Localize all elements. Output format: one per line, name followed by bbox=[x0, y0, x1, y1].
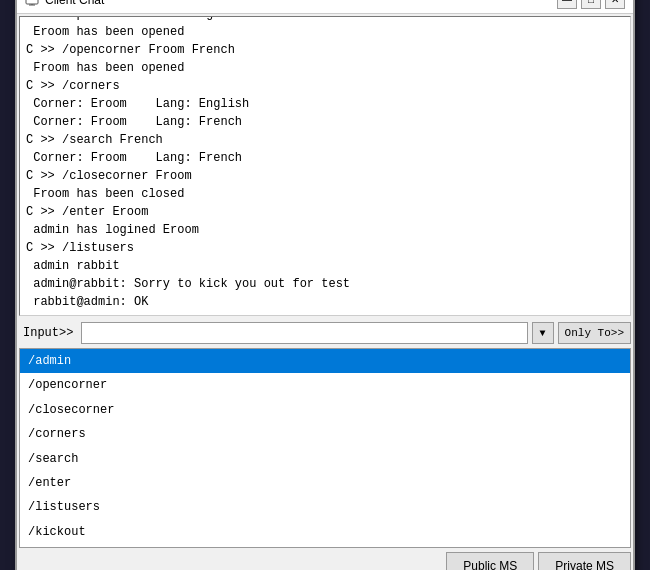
client-chat-window: Client Chat — □ ✕ Welcome to ChatC >> /a… bbox=[15, 0, 635, 570]
chat-line: C >> /corners bbox=[26, 77, 624, 95]
public-ms-button[interactable]: Public MS bbox=[446, 552, 534, 570]
close-button[interactable]: ✕ bbox=[605, 0, 625, 9]
input-label: Input>> bbox=[19, 326, 77, 340]
chat-line: C >> /listusers bbox=[26, 239, 624, 257]
svg-rect-0 bbox=[26, 0, 38, 4]
only-to-button[interactable]: Only To>> bbox=[558, 322, 631, 344]
chat-line: Eroom has been opened bbox=[26, 23, 624, 41]
dropdown-item[interactable]: /listusers bbox=[20, 495, 630, 519]
chat-line: C >> /opencorner Eroom English bbox=[26, 16, 624, 23]
dropdown-toggle[interactable]: ▼ bbox=[532, 322, 554, 344]
chat-line: C >> /enter Eroom bbox=[26, 203, 624, 221]
dropdown-item[interactable]: /enter bbox=[20, 471, 630, 495]
chat-line: C >> /search French bbox=[26, 131, 624, 149]
chat-line: Corner: Froom Lang: French bbox=[26, 149, 624, 167]
chat-area: Welcome to ChatC >> /admin pw Admin logi… bbox=[19, 16, 631, 316]
title-bar: Client Chat — □ ✕ bbox=[17, 0, 633, 14]
input-row: Input>> ▼ Only To>> bbox=[17, 318, 633, 348]
chat-line: Froom has been opened bbox=[26, 59, 624, 77]
chat-line: Froom has been closed bbox=[26, 185, 624, 203]
dropdown-item[interactable]: /search bbox=[20, 447, 630, 471]
chat-line: Corner: Eroom Lang: English bbox=[26, 95, 624, 113]
chat-line: rabbit@admin: OK bbox=[26, 293, 624, 311]
app-icon bbox=[25, 0, 39, 7]
command-dropdown: /admin/opencorner/closecorner/corners/se… bbox=[19, 348, 631, 548]
chat-line: Corner: Froom Lang: French bbox=[26, 113, 624, 131]
message-input[interactable] bbox=[81, 322, 527, 344]
title-bar-left: Client Chat bbox=[25, 0, 104, 7]
dropdown-item[interactable]: /kickout bbox=[20, 520, 630, 544]
chat-line: C >> /closecorner Froom bbox=[26, 167, 624, 185]
chat-line: admin@rabbit: Sorry to kick you out for … bbox=[26, 275, 624, 293]
minimize-button[interactable]: — bbox=[557, 0, 577, 9]
dropdown-item[interactable]: /closecorner bbox=[20, 398, 630, 422]
title-buttons: — □ ✕ bbox=[557, 0, 625, 9]
buttons-row: Public MS Private MS bbox=[17, 548, 633, 570]
chat-line: C >> /opencorner Froom French bbox=[26, 41, 624, 59]
window-title: Client Chat bbox=[45, 0, 104, 7]
chat-line: admin rabbit bbox=[26, 257, 624, 275]
maximize-button[interactable]: □ bbox=[581, 0, 601, 9]
dropdown-item[interactable]: /corners bbox=[20, 422, 630, 446]
private-ms-button[interactable]: Private MS bbox=[538, 552, 631, 570]
dropdown-item[interactable]: /admin bbox=[20, 349, 630, 373]
chat-line: admin has logined Eroom bbox=[26, 221, 624, 239]
dropdown-item[interactable]: /opencorner bbox=[20, 373, 630, 397]
